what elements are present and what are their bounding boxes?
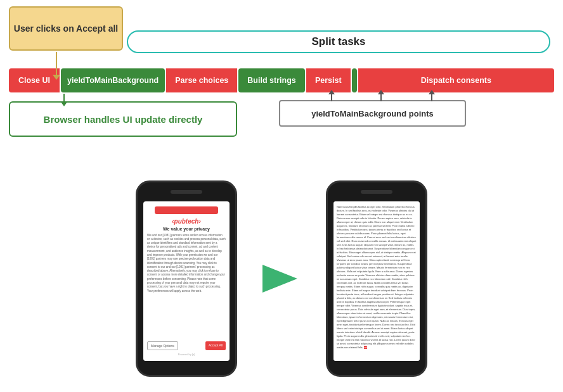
phone-consent: ‹pubtech› We value your privacy We and o… xyxy=(136,180,237,377)
segment-parse: Parse choices xyxy=(166,68,237,92)
bottom-section: ‹pubtech› We value your privacy We and o… xyxy=(0,165,563,392)
segment-close-ui: Close UI xyxy=(9,68,60,92)
split-tasks-bar: Split tasks xyxy=(127,30,550,53)
privacy-title: We value your privacy xyxy=(147,227,226,231)
consent-screen: ‹pubtech› We value your privacy We and o… xyxy=(143,201,230,361)
segment-dispatch: Dispatch consents xyxy=(358,68,554,92)
segment-persist: Persist xyxy=(306,68,351,92)
manage-options-button[interactable]: Manage Options xyxy=(147,341,178,350)
user-clicks-box: User clicks on Accept all xyxy=(9,6,123,51)
yield-points-label: yieldToMainBackground points xyxy=(311,109,434,118)
consent-top-bar xyxy=(155,206,217,214)
phone-notch-2 xyxy=(361,190,392,194)
arrow-pipeline-to-browser xyxy=(63,94,65,103)
yield-points-box: yieldToMainBackground points xyxy=(279,100,466,127)
consent-body: We and our [1081] partners store and/or … xyxy=(147,234,226,338)
arrow-up-1 xyxy=(331,94,332,101)
phone-notch-1 xyxy=(171,190,202,194)
arrow-user-to-pipeline xyxy=(56,52,57,76)
user-clicks-label: User clicks on Accept all xyxy=(14,23,118,34)
article-text-content: Nam lacus fringilla facilisis ac eget od… xyxy=(337,205,416,349)
browser-update-label: Browser handles UI update directly xyxy=(44,114,203,125)
article-body: Nam lacus fringilla facilisis ac eget od… xyxy=(337,205,417,350)
browser-update-box: Browser handles UI update directly xyxy=(9,101,237,137)
segment-yield1: yieldToMainBackground xyxy=(61,68,165,92)
arrow-up-2 xyxy=(380,94,382,101)
segment-build: Build strings xyxy=(238,68,304,92)
pipeline-row: Close UI yieldToMainBackground Parse cho… xyxy=(9,68,554,94)
accept-all-button[interactable]: Accept All xyxy=(205,341,226,350)
phone-article: Nam lacus fringilla facilisis ac eget od… xyxy=(326,180,427,377)
pubtech-logo: ‹pubtech› xyxy=(147,218,226,225)
segment-yield2 xyxy=(352,68,357,92)
phone-screen-article: Nam lacus fringilla facilisis ac eget od… xyxy=(333,201,420,361)
split-tasks-label: Split tasks xyxy=(311,35,365,48)
article-screen: Nam lacus fringilla facilisis ac eget od… xyxy=(333,201,420,361)
phone-screen-consent: ‹pubtech› We value your privacy We and o… xyxy=(143,201,230,361)
article-text-highlight: vel xyxy=(364,346,367,349)
arrow-up-3 xyxy=(431,94,432,101)
consent-buttons: Manage Options Accept All xyxy=(147,341,226,350)
consent-footer: Powered by [p] xyxy=(147,353,226,356)
